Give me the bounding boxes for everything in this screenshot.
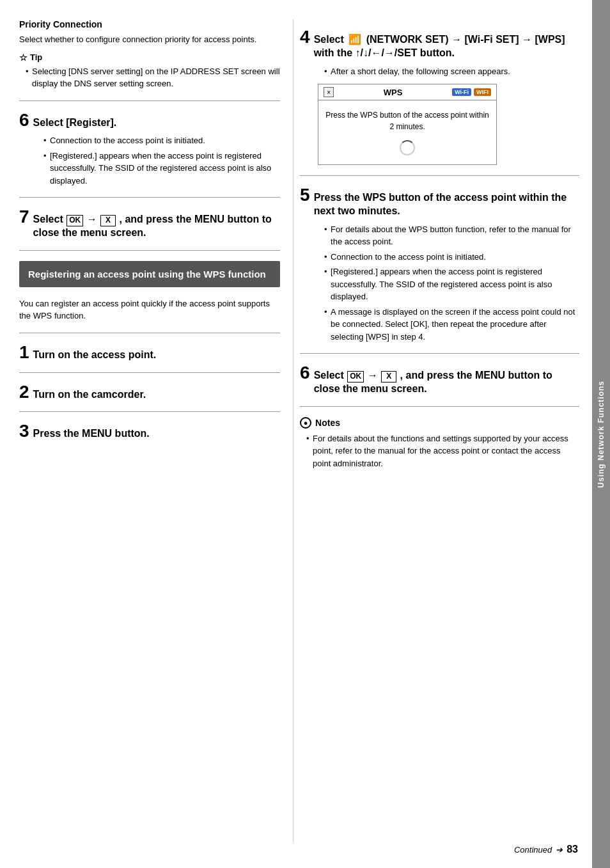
divider-5 (19, 372, 280, 373)
step3-text: Press the MENU button. (33, 427, 150, 441)
wps-screen-box: × WPS Wi-Fi WIFI Press the WPS button of… (318, 84, 497, 165)
step6-left-heading: 6 Select [Register]. (19, 111, 280, 130)
wps-screen-header: × WPS Wi-Fi WIFI (318, 84, 496, 100)
step5-bullet-2: Connection to the access point is initia… (324, 251, 579, 264)
tip-bullet-list: Selecting [DNS server setting] on the IP… (19, 65, 280, 90)
step5-bullets: For details about the WPS button functio… (318, 223, 579, 343)
step7-left: 7 Select OK → X , and press the MENU but… (19, 208, 280, 240)
divider-3 (19, 250, 280, 251)
step3-left: 3 Press the MENU button. (19, 422, 280, 441)
step1-text: Turn on the access point. (33, 349, 157, 362)
wps-screen-body: Press the WPS button of the access point… (318, 100, 496, 164)
ok-box-right: OK (347, 371, 364, 383)
step3-number: 3 (19, 422, 29, 440)
x-box-right: X (381, 371, 396, 383)
wps-badge-wifi2: WIFI (474, 88, 491, 96)
divider-4 (19, 333, 280, 333)
step3-heading: 3 Press the MENU button. (19, 422, 280, 441)
side-tab-label: Using Network Functions (597, 381, 606, 488)
step6-right: 6 Select OK → X , and press the MENU but… (300, 364, 579, 396)
step4-heading: 4 Select 📶 (NETWORK SET) → [Wi-Fi SET] →… (300, 28, 579, 60)
tip-title: ☆ Tip (19, 52, 280, 63)
step5-right: 5 Press the WPS button of the access poi… (300, 186, 579, 343)
step1-number: 1 (19, 343, 29, 361)
wps-body-text: Press the WPS button of the access point… (325, 109, 490, 132)
intro-text: You can register an access point quickly… (19, 297, 280, 322)
notes-bullet-1: For details about the functions and sett… (306, 432, 579, 470)
step6-left-body: Connection to the access point is initia… (19, 134, 280, 187)
priority-connection-title: Priority Connection (19, 19, 280, 29)
step2-left: 2 Turn on the camcorder. (19, 383, 280, 402)
notes-icon: ● (300, 417, 311, 429)
tip-icon: ☆ (19, 52, 27, 63)
ok-box-left: OK (66, 215, 83, 226)
highlight-box: Registering an access point using the WP… (19, 261, 280, 287)
page-number: 83 (567, 844, 578, 855)
step6-bullet-2: [Registered.] appears when the access po… (43, 150, 280, 187)
step5-heading: 5 Press the WPS button of the access poi… (300, 186, 579, 218)
step5-bullet-4: A message is displayed on the screen if … (324, 306, 579, 343)
step6-right-text: Select OK → X , and press the MENU butto… (314, 369, 579, 396)
wps-screen-title: WPS (384, 88, 403, 97)
page-footer: Continued ➔ 83 (514, 844, 578, 855)
right-divider-3 (300, 406, 579, 407)
step5-bullet-3: [Registered.] appears when the access po… (324, 265, 579, 303)
network-icon: 📶 (348, 34, 361, 45)
divider-2 (19, 197, 280, 198)
divider-6 (19, 411, 280, 412)
step6-bullet-1: Connection to the access point is initia… (43, 134, 280, 147)
step5-body: For details about the WPS button functio… (300, 223, 579, 343)
step4-bullets: After a short delay, the following scree… (318, 65, 579, 78)
arrow-right-icon: ➔ (556, 845, 563, 855)
wps-badges: Wi-Fi WIFI (452, 88, 491, 96)
step7-left-heading: 7 Select OK → X , and press the MENU but… (19, 208, 280, 240)
step6-left-bullets: Connection to the access point is initia… (37, 134, 280, 187)
step5-bullet-1: For details about the WPS button functio… (324, 223, 579, 248)
step5-number: 5 (300, 186, 310, 204)
x-box-left: X (100, 215, 116, 226)
step6-left: 6 Select [Register]. Connection to the a… (19, 111, 280, 187)
step4-number: 4 (300, 28, 310, 46)
tip-bullet-item: Selecting [DNS server setting] on the IP… (26, 65, 280, 90)
tip-section: ☆ Tip Selecting [DNS server setting] on … (19, 52, 280, 90)
step6-right-heading: 6 Select OK → X , and press the MENU but… (300, 364, 579, 396)
step6-right-number: 6 (300, 364, 310, 382)
step4-body: After a short delay, the following scree… (300, 65, 579, 166)
step1-heading: 1 Turn on the access point. (19, 343, 280, 362)
step5-text: Press the WPS button of the access point… (314, 191, 579, 218)
priority-connection-body: Select whether to configure connection p… (19, 33, 280, 46)
step2-number: 2 (19, 383, 29, 401)
step7-left-number: 7 (19, 208, 29, 226)
step2-text: Turn on the camcorder. (33, 388, 146, 402)
side-tab: Using Network Functions (592, 0, 610, 868)
continued-label: Continued (514, 845, 552, 855)
wps-close-btn: × (324, 87, 334, 97)
divider-1 (19, 100, 280, 101)
wps-spinner-icon (400, 140, 415, 155)
step4-bullet-1: After a short delay, the following scree… (324, 65, 579, 78)
right-column: 4 Select 📶 (NETWORK SET) → [Wi-Fi SET] →… (293, 19, 579, 842)
highlight-box-title: Registering an access point using the WP… (28, 267, 271, 281)
step4-right: 4 Select 📶 (NETWORK SET) → [Wi-Fi SET] →… (300, 28, 579, 165)
right-divider-2 (300, 353, 579, 354)
page-container: Using Network Functions Priority Connect… (0, 0, 610, 868)
content-area: Priority Connection Select whether to co… (0, 0, 592, 868)
notes-section: ● Notes For details about the functions … (300, 417, 579, 470)
notes-title: ● Notes (300, 417, 579, 429)
step4-text: Select 📶 (NETWORK SET) → [Wi-Fi SET] → [… (314, 33, 579, 60)
step7-left-text: Select OK → X , and press the MENU butto… (33, 213, 280, 240)
step6-left-text: Select [Register]. (33, 116, 117, 130)
left-column: Priority Connection Select whether to co… (19, 19, 293, 842)
step1-left: 1 Turn on the access point. (19, 343, 280, 362)
right-divider-1 (300, 175, 579, 176)
wps-badge-wifi: Wi-Fi (452, 88, 471, 96)
step2-heading: 2 Turn on the camcorder. (19, 383, 280, 402)
step6-left-number: 6 (19, 111, 29, 129)
notes-bullets: For details about the functions and sett… (300, 432, 579, 470)
